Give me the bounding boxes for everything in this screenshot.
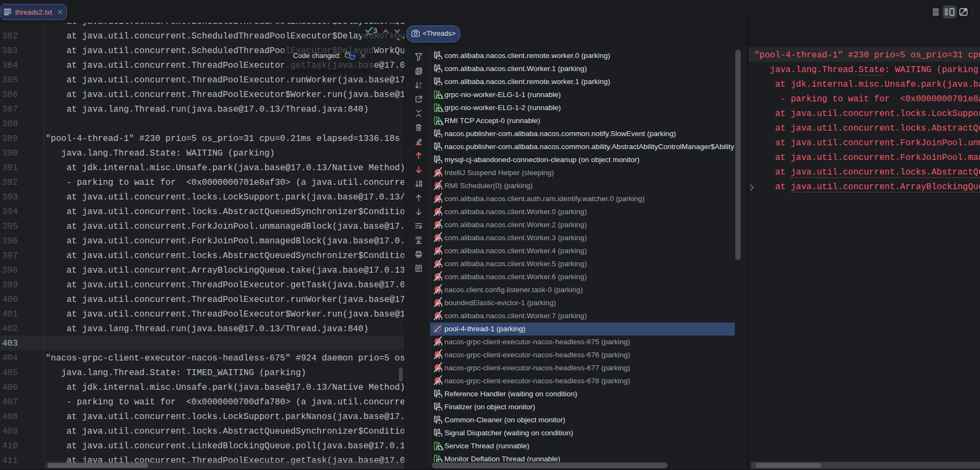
svg-text:z: z [419,85,422,89]
svg-text:a: a [419,81,422,85]
